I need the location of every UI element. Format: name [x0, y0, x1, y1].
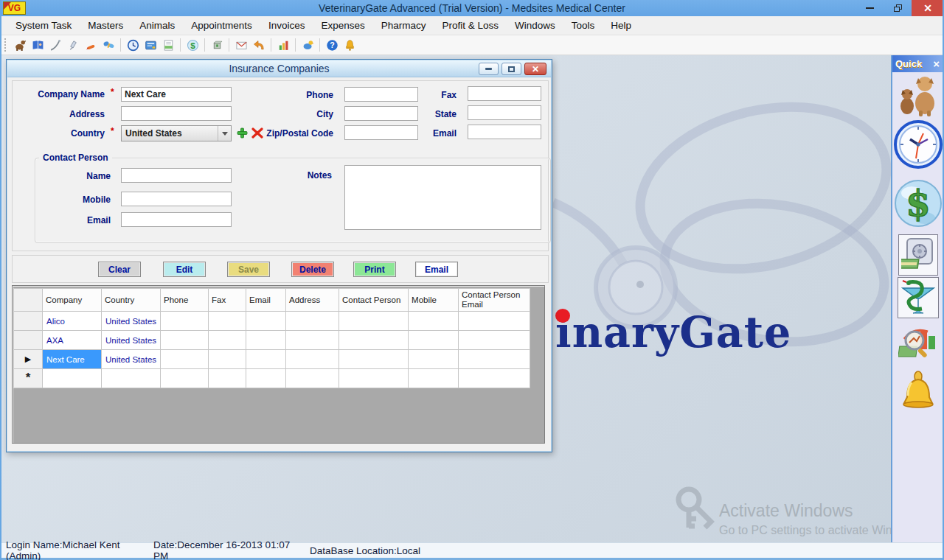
- reminder-bell-icon[interactable]: [341, 37, 358, 53]
- zip-input[interactable]: [344, 125, 418, 140]
- grid-header-mobile[interactable]: Mobile: [409, 289, 459, 312]
- clock-icon[interactable]: [894, 120, 943, 169]
- phone-input[interactable]: [344, 87, 418, 102]
- grid-cell[interactable]: [409, 369, 459, 388]
- pets-icon[interactable]: [898, 74, 938, 116]
- add-country-icon[interactable]: [236, 127, 249, 139]
- grid-cell[interactable]: [339, 369, 409, 388]
- grid-cell[interactable]: [209, 350, 246, 369]
- grid-cell[interactable]: [161, 331, 209, 350]
- close-button[interactable]: ✕: [912, 0, 944, 16]
- fax-input[interactable]: [468, 86, 541, 101]
- row-selector-cell[interactable]: [14, 312, 43, 331]
- grid-cell[interactable]: [286, 312, 339, 331]
- grid-cell-country[interactable]: United States: [102, 350, 161, 369]
- dialog-minimize-button[interactable]: [479, 63, 499, 75]
- grid-cell-country[interactable]: United States: [102, 331, 161, 350]
- grid-cell[interactable]: [209, 331, 246, 350]
- dialog-titlebar[interactable]: Insurance Companies ✕: [7, 60, 551, 77]
- dog-icon[interactable]: [12, 37, 28, 53]
- grid-cell[interactable]: [246, 312, 286, 331]
- quick-close-icon[interactable]: ×: [933, 58, 940, 69]
- notes-textarea[interactable]: [344, 165, 541, 230]
- state-input[interactable]: [468, 105, 541, 120]
- menu-help[interactable]: Help: [603, 17, 639, 34]
- clear-button[interactable]: Clear: [98, 262, 141, 277]
- help-icon[interactable]: ?: [324, 37, 340, 53]
- grid-header-contact-person[interactable]: Contact Person: [339, 289, 409, 312]
- grid-selector-header[interactable]: [14, 289, 43, 312]
- grid-cell[interactable]: [102, 369, 161, 388]
- pharmacy-box-icon[interactable]: [209, 37, 225, 53]
- email-send-icon[interactable]: [233, 37, 249, 53]
- undo-arrow-icon[interactable]: [251, 37, 267, 53]
- appointments-clock-icon[interactable]: [125, 37, 141, 53]
- row-selector-cell-current[interactable]: ▶: [14, 350, 43, 369]
- minimize-button[interactable]: [856, 0, 884, 16]
- grid-cell[interactable]: [409, 331, 459, 350]
- grid-cell[interactable]: [459, 350, 530, 369]
- dialog-close-button[interactable]: ✕: [524, 63, 546, 75]
- menu-windows[interactable]: Windows: [507, 17, 563, 34]
- menu-expenses[interactable]: Expenses: [313, 17, 372, 34]
- contact-mobile-input[interactable]: [121, 192, 232, 206]
- grooming-icon[interactable]: [47, 37, 63, 53]
- pharmacy-icon[interactable]: [898, 277, 939, 318]
- grid-cell[interactable]: [161, 369, 209, 388]
- grid-cell-company[interactable]: AXA: [43, 331, 102, 350]
- grid-cell[interactable]: [246, 350, 286, 369]
- invoice-card-icon[interactable]: [142, 37, 159, 53]
- delete-button[interactable]: Delete: [291, 262, 334, 277]
- email-input[interactable]: [468, 125, 541, 139]
- bird-icon[interactable]: [299, 37, 316, 53]
- city-input[interactable]: [344, 106, 418, 121]
- menu-profit-loss[interactable]: Profit & Loss: [434, 17, 507, 34]
- menu-tools[interactable]: Tools: [563, 17, 603, 34]
- dialog-maximize-button[interactable]: [502, 63, 521, 75]
- row-selector-cell-new[interactable]: *: [14, 369, 43, 388]
- clients-book-icon[interactable]: [30, 37, 46, 53]
- grid-cell[interactable]: [43, 369, 102, 388]
- edit-button[interactable]: Edit: [163, 262, 206, 277]
- reports-chart-icon[interactable]: [275, 37, 291, 53]
- menu-masters[interactable]: Masters: [80, 17, 131, 34]
- grid-header-email[interactable]: Email: [246, 289, 286, 312]
- grid-cell[interactable]: [246, 369, 286, 388]
- grid-header-contact-person-email[interactable]: Contact Person Email: [459, 289, 530, 312]
- grid-cell[interactable]: [161, 350, 209, 369]
- grid-cell[interactable]: [286, 331, 339, 350]
- delete-country-icon[interactable]: [251, 127, 263, 139]
- menu-invoices[interactable]: Invoices: [260, 17, 313, 34]
- menu-animals[interactable]: Animals: [131, 17, 183, 34]
- grid-header-address[interactable]: Address: [286, 289, 339, 312]
- toolbar-grip[interactable]: [4, 38, 7, 52]
- grid-cell-company-selected[interactable]: Next Care: [43, 350, 102, 369]
- grid-cell-company[interactable]: Alico: [43, 312, 102, 331]
- grid-cell[interactable]: [409, 312, 459, 331]
- company-name-input[interactable]: [121, 87, 232, 102]
- grid-cell[interactable]: [459, 312, 530, 331]
- menu-system-task[interactable]: System Task: [7, 17, 80, 34]
- money-dollar-icon[interactable]: $: [894, 178, 943, 228]
- grid-cell[interactable]: [286, 369, 339, 388]
- contact-email-input[interactable]: [121, 212, 232, 227]
- syringe-icon[interactable]: [65, 37, 81, 53]
- menu-appointments[interactable]: Appointments: [183, 17, 260, 34]
- reminder-bell-icon-quick[interactable]: [898, 371, 938, 415]
- grid-cell[interactable]: [286, 350, 339, 369]
- grid-cell[interactable]: [459, 369, 530, 388]
- marker-pen-icon[interactable]: [83, 37, 99, 53]
- grid-header-fax[interactable]: Fax: [209, 289, 246, 312]
- expenses-receipt-icon[interactable]: [160, 37, 176, 53]
- print-button[interactable]: Print: [353, 262, 396, 277]
- country-select[interactable]: United States: [121, 125, 232, 141]
- row-selector-cell[interactable]: [14, 331, 43, 350]
- grid-cell[interactable]: [409, 350, 459, 369]
- grid-cell[interactable]: [209, 369, 246, 388]
- menu-pharmacy[interactable]: Pharmacy: [373, 17, 434, 34]
- grid-header-phone[interactable]: Phone: [161, 289, 209, 312]
- cash-safe-icon[interactable]: [898, 234, 938, 276]
- grid-cell[interactable]: [246, 331, 286, 350]
- grid-cell[interactable]: [339, 350, 409, 369]
- grid-cell[interactable]: [339, 331, 409, 350]
